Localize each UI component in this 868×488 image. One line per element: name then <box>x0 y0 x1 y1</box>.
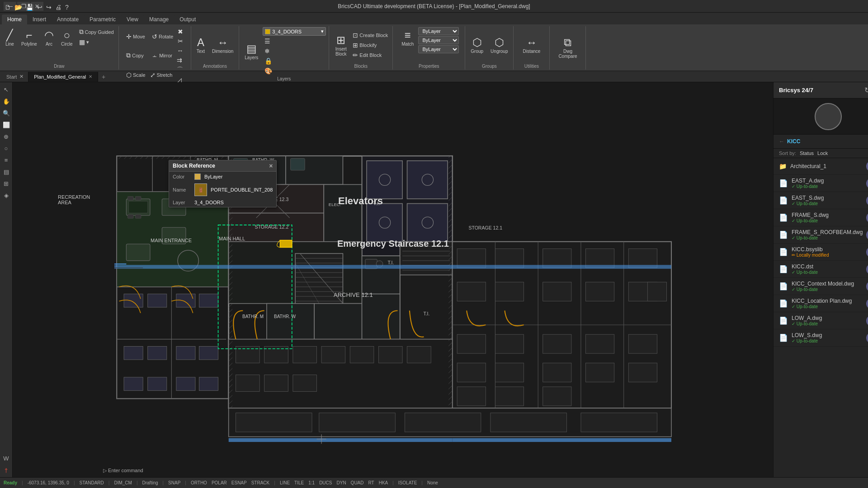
sort-lock-option[interactable]: Lock <box>817 150 828 156</box>
breadcrumb-name[interactable]: KICC <box>787 138 800 145</box>
distance-btn[interactable]: ↔ Distance <box>520 34 543 56</box>
file-item-kicc-context[interactable]: 📄 KICC_Context Model.dwg ✓ Up-to-date K <box>774 278 868 295</box>
lt-bottom2-btn[interactable]: † <box>1 465 12 475</box>
popup-close-btn[interactable]: × <box>269 162 273 169</box>
layers-panel-btn[interactable]: ▤ Layers <box>242 41 261 62</box>
file-item-frame-s[interactable]: 📄 FRAME_S.dwg ✓ Up-to-date F <box>774 209 868 226</box>
start-tab[interactable]: Start ✕ <box>2 72 28 82</box>
tab-manage[interactable]: Manage <box>144 14 174 24</box>
qa-redo[interactable]: ↪ <box>45 3 52 12</box>
status-dyn-btn[interactable]: DYN <box>336 480 346 485</box>
create-block-btn[interactable]: ⊡ Create Block <box>351 31 390 40</box>
modify-copy-btn[interactable]: ⧉ Copy <box>124 46 149 65</box>
status-hka-btn[interactable]: HKA <box>379 480 388 485</box>
modify-mirror-btn[interactable]: ⫠ Mirror <box>150 46 174 65</box>
sort-status-option[interactable]: Status <box>800 150 814 156</box>
status-polar-btn[interactable]: POLAR <box>212 480 227 485</box>
status-esnap-btn[interactable]: ESNAP <box>231 480 247 485</box>
qa-help[interactable]: ? <box>64 3 70 12</box>
file-item-kicc-bsys[interactable]: 📄 KICC.bsyslib ✏ Locally modified K <box>774 244 868 261</box>
status-isolate-btn[interactable]: ISOLATE <box>398 480 417 485</box>
qa-save[interactable]: 💾 <box>25 3 34 12</box>
blockify-btn[interactable]: ⊞ Blockify <box>351 41 390 50</box>
draw-circle-btn[interactable]: ○ Circle <box>58 27 75 48</box>
tab-output[interactable]: Output <box>174 14 201 24</box>
quick-access-toolbar[interactable]: 🗋 📂 💾 ↩ ↪ 🖨 ? <box>4 3 70 12</box>
lt-zoom-btn[interactable]: 🔍 <box>1 108 12 118</box>
modify-stretch-btn[interactable]: ⤢ Stretch <box>148 65 175 84</box>
insert-block-btn[interactable]: ⊞ InsertBlock <box>332 32 350 58</box>
modify-erase-btn[interactable]: ✖ <box>176 27 185 36</box>
copy-guided-btn[interactable]: ⧉ Copy Guided <box>77 27 116 37</box>
color-selector[interactable]: ByLayer ByBlock Red <box>418 27 459 35</box>
document-tab-close[interactable]: ✕ <box>89 74 92 79</box>
status-tile-btn[interactable]: TILE <box>294 480 304 485</box>
linetype-selector[interactable]: ByLayer Continuous <box>418 36 459 44</box>
modify-scale-btn[interactable]: ⬡ Scale <box>124 65 147 84</box>
status-strack-btn[interactable]: STRACK <box>251 480 270 485</box>
panel-refresh-icon[interactable]: ↻ <box>864 86 868 94</box>
lt-select-btn[interactable]: ↖ <box>1 84 12 95</box>
file-item-folder[interactable]: 📁 Architectural_1 A <box>774 158 868 175</box>
modify-trim-btn[interactable]: ✂ <box>176 37 185 46</box>
draw-line-btn[interactable]: ╱ Line <box>3 27 17 48</box>
lt-render-btn[interactable]: ◈ <box>1 190 12 201</box>
tab-insert[interactable]: Insert <box>27 14 52 24</box>
status-ortho-btn[interactable]: ORTHO <box>191 480 207 485</box>
lineweight-selector[interactable]: ByLayer 0.25 <box>418 45 459 53</box>
breadcrumb-back-icon[interactable]: ← <box>779 138 784 145</box>
file-item-east-s[interactable]: 📄 EAST_S.dwg ✓ Up-to-date E <box>774 192 868 209</box>
qa-print[interactable]: 🖨 <box>54 3 62 12</box>
ungroup-btn[interactable]: ⬡ Ungroup <box>488 34 510 56</box>
draw-polyline-btn[interactable]: ⌐ Polyline <box>19 27 40 48</box>
tab-home[interactable]: Home <box>2 14 27 24</box>
modify-move-btn[interactable]: ✛ Move <box>124 27 149 46</box>
file-item-kicc-dst[interactable]: 📄 KICC.dst ✓ Up-to-date K <box>774 261 868 278</box>
lt-properties-btn[interactable]: ≡ <box>1 155 12 165</box>
draw-arc-btn[interactable]: ◠ Arc <box>42 27 57 48</box>
status-quad-btn[interactable]: QUAD <box>351 480 364 485</box>
layer-lock-btn[interactable]: 🔒 <box>263 56 326 66</box>
modify-extend-btn[interactable]: ↔ <box>175 46 185 55</box>
modify-fillet-btn[interactable]: ⌒ <box>175 65 185 75</box>
status-snap-btn[interactable]: SNAP <box>168 480 180 485</box>
lt-zoom-fit-btn[interactable]: ⊕ <box>1 131 12 142</box>
layer-dropdown-arrow[interactable]: ▾ <box>321 28 324 34</box>
tab-parametric[interactable]: Parametric <box>84 14 121 24</box>
qa-undo[interactable]: ↩ <box>36 3 43 12</box>
status-none-btn[interactable]: None <box>427 480 438 485</box>
document-tab[interactable]: Plan_Modified_General ✕ <box>28 72 98 82</box>
text-btn[interactable]: A Text <box>194 34 208 56</box>
layer-selector[interactable]: 3_4_DOORS ▾ <box>263 27 326 36</box>
tab-annotate[interactable]: Annotate <box>52 14 84 24</box>
dimension-btn[interactable]: ↔ Dimension <box>209 34 236 56</box>
file-item-low-s[interactable]: 📄 LOW_S.dwg ✓ Up-to-date L <box>774 329 868 347</box>
qa-new[interactable]: 🗋 <box>4 3 12 12</box>
lt-zoom-window-btn[interactable]: ⬜ <box>1 119 12 130</box>
lt-block-btn[interactable]: ⊞ <box>1 178 12 189</box>
tab-view[interactable]: View <box>121 14 144 24</box>
file-item-low-a[interactable]: 📄 LOW_A.dwg ✓ Up-to-date L <box>774 312 868 329</box>
layer-iso-btn[interactable]: ☰ <box>263 37 326 46</box>
file-item-frame-s-roof[interactable]: 📄 FRAME_S_ROOFBEAM.dwg ✓ Up-to-date F <box>774 226 868 244</box>
status-ducs-btn[interactable]: DUCS <box>319 480 332 485</box>
status-rt-btn[interactable]: RT <box>368 480 374 485</box>
panel-file-list[interactable]: 📁 Architectural_1 A 📄 EAST_A.dwg ✓ Up-to… <box>774 158 868 477</box>
draw-more-btn[interactable]: ▦ ▾ <box>77 38 116 47</box>
status-line-btn[interactable]: LINE <box>280 480 290 485</box>
qa-open[interactable]: 📂 <box>14 3 23 12</box>
lt-bottom1-btn[interactable]: W <box>1 453 12 464</box>
canvas-area[interactable]: STORAGE 12.3 STORAGE 12.2 ELEC. <box>13 82 773 477</box>
file-item-east-a[interactable]: 📄 EAST_A.dwg ✓ Up-to-date E <box>774 175 868 192</box>
layer-color-btn[interactable]: 🎨 <box>263 66 326 75</box>
layer-freeze-btn[interactable]: ❄ <box>263 47 326 56</box>
edit-block-btn[interactable]: ✏ Edit Block <box>351 51 390 60</box>
lt-pan-btn[interactable]: ✋ <box>1 96 12 107</box>
lt-layers-btn[interactable]: ▤ <box>1 166 12 177</box>
group-btn[interactable]: ⬡ Group <box>468 34 486 56</box>
modify-rotate-btn[interactable]: ↺ Rotate <box>150 27 175 46</box>
match-btn[interactable]: ≡ Match <box>399 27 416 48</box>
new-tab-btn[interactable]: + <box>98 72 109 82</box>
start-tab-close[interactable]: ✕ <box>19 74 24 80</box>
modify-offset-btn[interactable]: ⇉ <box>175 56 185 65</box>
